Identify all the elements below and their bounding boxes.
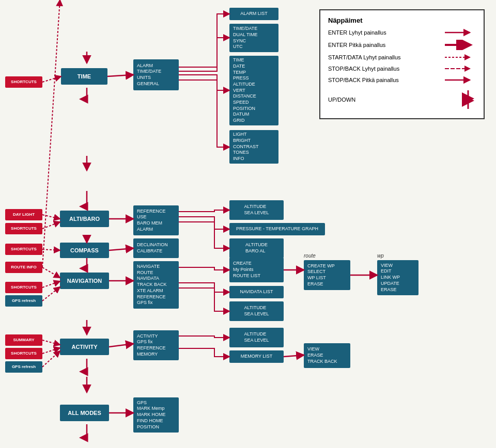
gps-refresh-node: GPS refresh: [5, 295, 42, 307]
navidata-list-node: NAVIDATA LIST: [229, 286, 284, 298]
svg-line-23: [107, 75, 133, 76]
units-sub-node: TIMEDATETEMPPRESSALTITUDEVERTDISTANCESPE…: [229, 56, 278, 125]
legend-item-2: ENTER Pitkä painallus: [328, 40, 476, 50]
legend-label-2: ENTER Pitkä painallus: [328, 42, 445, 48]
svg-line-22: [42, 76, 61, 82]
navigation-node: NAVIGATION: [60, 273, 109, 289]
legend-label-5: STOP/BACK Pitkä painallus: [328, 77, 445, 83]
svg-line-36: [42, 287, 60, 301]
route-info-node: ROUTE INFO: [5, 262, 42, 273]
all-modes-node: ALL MODES: [60, 405, 109, 421]
legend-label-4: STOP/BACK Lyhyt painallus: [328, 66, 445, 72]
altitude-sea3-node: ALTITUDESEA LEVEL: [229, 328, 284, 347]
svg-line-34: [42, 267, 60, 278]
diagram: Näppäimet ENTER Lyhyt painallus ENTER Pi…: [0, 0, 496, 448]
altitude-sea2-node: ALTITUDESEA LEVEL: [229, 301, 284, 321]
light-sub-node: LIGHTBRIGHTCONTRASTTONESINFO: [229, 130, 278, 164]
svg-line-35: [42, 281, 60, 287]
alarm-list-node: ALARM LIST: [229, 8, 278, 20]
all-modes-sub-node: GPSMARK MempMARK HOMEFIND HOMEPOSITION: [133, 397, 179, 433]
legend-title: Näppäimet: [328, 17, 476, 24]
activity-node: ACTIVITY: [60, 339, 109, 355]
altitude-baro-node: ALTITUDEBARO AL: [229, 238, 284, 258]
svg-line-44: [42, 351, 60, 367]
time-date-sub-node: TIME/DATEDUAL TIMESYNCUTC: [229, 24, 278, 52]
wp-sub-node: VIEWEDITLINK WPUPDATEERASE: [377, 260, 419, 295]
shortcuts3-node: SHORTCUTS: [5, 244, 42, 255]
legend-label-3: START/DATA Lyhyt painallus: [328, 54, 445, 60]
memory-list-node: MEMORY LIST: [229, 350, 284, 363]
svg-line-42: [42, 340, 60, 345]
time-node: TIME: [61, 68, 107, 85]
svg-line-31: [42, 249, 60, 250]
svg-line-27: [42, 222, 60, 229]
svg-line-43: [42, 348, 60, 354]
activity-sub-node: ACTIVITYGPS fixREFERENCEMEMORY: [133, 330, 179, 360]
legend-item-5: STOP/BACK Pitkä painallus: [328, 76, 476, 84]
svg-line-26: [42, 215, 60, 219]
svg-line-45: [109, 344, 133, 347]
alti-sub-node: REFERENCEUSEBARO MEMALARM: [133, 205, 179, 235]
route-sub-node: CREATE WPSELECTWP LISTERASE: [304, 260, 350, 290]
wp-label: wp: [377, 253, 384, 259]
compass-sub-node: DECLINATIONCALIBRATE: [133, 238, 179, 258]
altitude-sea-node: ALTITUDESEA LEVEL: [229, 200, 284, 220]
legend-box: Näppäimet ENTER Lyhyt painallus ENTER Pi…: [319, 9, 485, 119]
legend-label-6: UP/DOWN: [328, 97, 460, 103]
shortcuts5-node: SHORTCUTS: [5, 348, 42, 359]
daylight-node: DAY LIGHT: [5, 209, 42, 220]
alti-baro-node: ALTI/BARO: [60, 211, 109, 227]
summary-node: SUMMARY: [5, 334, 42, 346]
shortcuts-top-node: SHORTCUTS: [5, 76, 42, 88]
route-label: route: [304, 253, 316, 259]
time-sub-node: ALARMTIME/DATEUNITSGENERAL: [133, 59, 179, 90]
compass-node: COMPASS: [60, 243, 109, 258]
legend-item-4: STOP/BACK Lyhyt painallus: [328, 65, 476, 73]
svg-line-33: [42, 0, 60, 267]
legend-label-1: ENTER Lyhyt painallus: [328, 29, 445, 36]
shortcuts4-node: SHORTCUTS: [5, 282, 42, 293]
legend-item-6: UP/DOWN: [328, 89, 476, 110]
create-sub-node: CREATEMy PointsROUTE LIST: [229, 258, 284, 282]
memory-sub-node: VIEWERASETRACK BACK: [304, 343, 350, 368]
pressure-temp-node: PRESSURE - TEMPERATURE GRAPH: [229, 223, 325, 235]
legend-item-3: START/DATA Lyhyt painallus: [328, 53, 476, 61]
svg-line-32: [109, 248, 133, 250]
svg-line-46: [284, 355, 304, 357]
nav-sub-node: NAVIGATEROUTENAVIDATATRACK BACKXTE ALARM…: [133, 261, 179, 309]
shortcuts2-node: SHORTCUTS: [5, 223, 42, 234]
gps-refresh2-node: GPS refresh: [5, 361, 42, 373]
legend-item-1: ENTER Lyhyt painallus: [328, 28, 476, 37]
